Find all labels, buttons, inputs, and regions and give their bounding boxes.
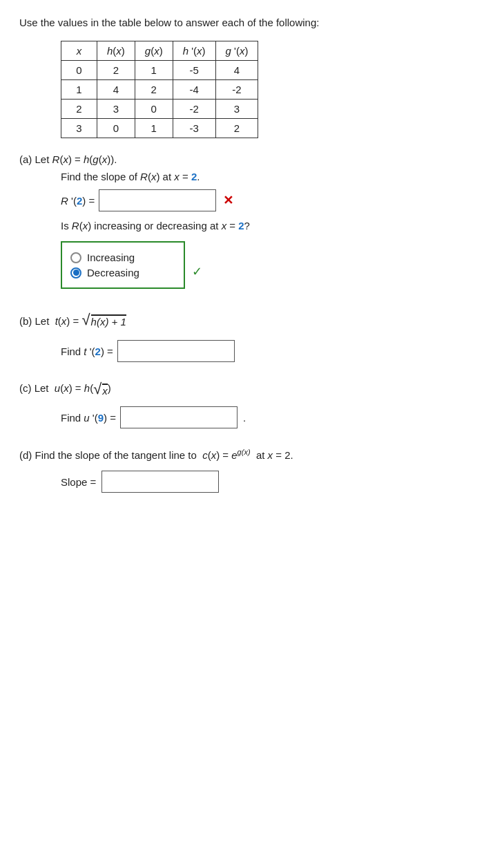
- table-cell: 2: [97, 61, 135, 80]
- part-b-content: Find t '(2) =: [61, 340, 485, 362]
- radio-check-icon: ✓: [192, 265, 202, 278]
- col-header-hpx: h '(x): [173, 41, 215, 61]
- table-cell: 0: [61, 61, 97, 80]
- decreasing-label: Decreasing: [87, 267, 139, 278]
- sqrt-symbol: √: [81, 312, 90, 328]
- t-prime-line: Find t '(2) =: [61, 340, 485, 362]
- find-slope-instruction: Find the slope of R(x) at x = 2.: [61, 171, 485, 182]
- u-prime-label: Find u '(9) =: [61, 412, 116, 424]
- part-d-section: (d) Find the slope of the tangent line t…: [19, 448, 485, 493]
- part-d-label: (d) Find the slope of the tangent line t…: [19, 448, 485, 461]
- table-row: 021-54: [61, 61, 258, 80]
- part-a-content: Find the slope of R(x) at x = 2. R '(2) …: [61, 171, 485, 293]
- r-prime-input[interactable]: [99, 189, 216, 211]
- part-b-section: (b) Let t(x) = √ h(x) + 1 Find t '(2) =: [19, 312, 485, 362]
- intro-text: Use the values in the table below to ans…: [19, 17, 485, 28]
- t-prime-label: Find t '(2) =: [61, 346, 113, 357]
- table-cell: 2: [135, 80, 173, 100]
- col-header-gpx: g '(x): [215, 41, 258, 61]
- increasing-radio[interactable]: [70, 252, 81, 263]
- decreasing-option[interactable]: Decreasing: [70, 267, 171, 278]
- table-cell: -2: [173, 100, 215, 119]
- table-row: 230-23: [61, 100, 258, 119]
- slope-input[interactable]: [101, 471, 219, 493]
- period: .: [243, 412, 246, 424]
- increasing-label: Increasing: [87, 252, 135, 263]
- part-c-content: Find u '(9) = .: [61, 406, 485, 428]
- u-prime-input[interactable]: [120, 406, 238, 428]
- table-cell: 1: [61, 80, 97, 100]
- table-cell: 4: [97, 80, 135, 100]
- table-cell: -2: [215, 80, 258, 100]
- u-prime-line: Find u '(9) = .: [61, 406, 485, 428]
- table-cell: 0: [97, 119, 135, 138]
- sqrt-content: h(x) + 1: [91, 314, 126, 328]
- table-cell: -3: [173, 119, 215, 138]
- table-row: 142-4-2: [61, 80, 258, 100]
- table-cell: 3: [215, 100, 258, 119]
- sqrt-expression: √ h(x) + 1: [81, 312, 126, 328]
- data-table: x h(x) g(x) h '(x) g '(x) 021-54142-4-22…: [61, 41, 258, 138]
- col-header-gx: g(x): [135, 41, 173, 61]
- decreasing-radio[interactable]: [70, 267, 81, 278]
- part-b-label: (b) Let t(x) = √ h(x) + 1: [19, 312, 485, 328]
- part-c-section: (c) Let u(x) = h(√x) Find u '(9) = .: [19, 381, 485, 428]
- part-a-section: (a) Let R(x) = h(g(x)). Find the slope o…: [19, 153, 485, 293]
- slope-line: Slope =: [61, 471, 485, 493]
- table-cell: 2: [215, 119, 258, 138]
- r-prime-error-icon: ✕: [223, 193, 233, 208]
- table-cell: -5: [173, 61, 215, 80]
- increasing-option[interactable]: Increasing: [70, 252, 171, 263]
- slope-label: Slope =: [61, 476, 96, 488]
- part-a-label: (a) Let R(x) = h(g(x)).: [19, 153, 485, 165]
- r-prime-line: R '(2) = ✕: [61, 189, 485, 211]
- part-d-content: Slope =: [61, 471, 485, 493]
- data-table-wrap: x h(x) g(x) h '(x) g '(x) 021-54142-4-22…: [61, 41, 485, 138]
- increasing-decreasing-group: Increasing Decreasing: [61, 241, 185, 289]
- col-header-hx: h(x): [97, 41, 135, 61]
- table-cell: 3: [61, 119, 97, 138]
- table-cell: 3: [97, 100, 135, 119]
- table-cell: 0: [135, 100, 173, 119]
- increasing-decreasing-question: Is R(x) increasing or decreasing at x = …: [61, 220, 485, 232]
- part-c-label: (c) Let u(x) = h(√x): [19, 381, 485, 397]
- table-row: 301-32: [61, 119, 258, 138]
- table-cell: 2: [61, 100, 97, 119]
- r-prime-label: R '(2) =: [61, 195, 95, 207]
- table-cell: 4: [215, 61, 258, 80]
- t-prime-input[interactable]: [117, 340, 235, 362]
- table-cell: -4: [173, 80, 215, 100]
- col-header-x: x: [61, 41, 97, 61]
- table-cell: 1: [135, 119, 173, 138]
- table-cell: 1: [135, 61, 173, 80]
